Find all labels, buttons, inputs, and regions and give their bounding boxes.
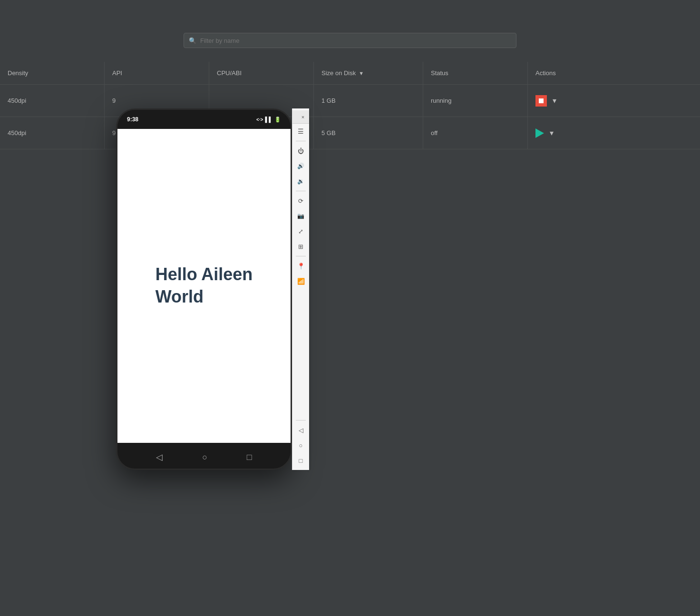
cell-actions-1: ▾ (528, 85, 700, 117)
phone-screen[interactable]: Hello Aileen World (117, 129, 291, 443)
search-icon: 🔍 (189, 37, 196, 44)
signal-icon: ▌▌ (265, 117, 272, 122)
phone-status-bar: 9:38 <·> ▌▌ 🔋 (117, 110, 291, 129)
power-icon[interactable]: ⏻ (293, 143, 309, 158)
screenshot-icon[interactable]: 📷 (293, 208, 309, 224)
divider-1 (296, 141, 306, 141)
menu-icon[interactable]: ☰ (293, 124, 309, 139)
cell-size-2: 5 GB (314, 117, 423, 149)
emulator-sidebar-controls: × ☰ ⏻ 🔊 🔉 ⟳ 📷 ⤢ ⊞ 📍 (292, 108, 309, 470)
recents-nav-icon[interactable]: □ (247, 452, 252, 462)
volume-up-icon[interactable]: 🔊 (293, 158, 309, 174)
actions-chevron-2[interactable]: ▾ (548, 127, 555, 139)
search-input[interactable] (200, 37, 511, 44)
top-bar: 🔍 (0, 0, 700, 62)
fold-icon[interactable]: ⊞ (293, 239, 309, 254)
col-header-status: Status (423, 62, 528, 84)
avd-table: Density API CPU/ABI Size on Disk ▼ Statu… (0, 62, 700, 149)
emulator-overlay: 9:38 <·> ▌▌ 🔋 Hello Aileen World ◁ ○ □ × (116, 108, 309, 470)
divider-3 (296, 256, 306, 256)
play-button[interactable] (535, 128, 544, 138)
nav-back-icon[interactable]: ◁ (293, 422, 309, 438)
table-row: 450dpi 9 5 GB off ▾ (0, 117, 700, 149)
phone-nav-bar: ◁ ○ □ (117, 443, 291, 470)
phone-device: 9:38 <·> ▌▌ 🔋 Hello Aileen World ◁ ○ □ (116, 108, 292, 470)
cell-density-1: 450dpi (0, 85, 105, 117)
stop-icon (539, 98, 544, 103)
phone-time: 9:38 (127, 116, 138, 123)
rotate-icon[interactable]: ⟳ (293, 193, 309, 208)
col-header-size[interactable]: Size on Disk ▼ (314, 62, 423, 84)
battery-icon: 🔋 (274, 117, 281, 123)
table-row: 450dpi 9 1 GB running ▾ (0, 85, 700, 117)
home-nav-icon[interactable]: ○ (202, 452, 207, 462)
col-header-cpu-abi: CPU/ABI (209, 62, 314, 84)
cell-status-2: off (423, 117, 528, 149)
stop-button[interactable] (535, 95, 547, 107)
app-content: Hello Aileen World (146, 254, 262, 318)
controls-top-bar: × (292, 110, 309, 124)
col-header-api: API (105, 62, 209, 84)
nav-recents-icon[interactable]: □ (293, 453, 309, 468)
volume-down-icon[interactable]: 🔉 (293, 174, 309, 189)
nav-home-icon[interactable]: ○ (293, 438, 309, 453)
divider-4 (296, 420, 306, 420)
table-header: Density API CPU/ABI Size on Disk ▼ Statu… (0, 62, 700, 85)
code-icon: <·> (256, 117, 263, 122)
cell-density-2: 450dpi (0, 117, 105, 149)
sort-arrow-icon: ▼ (359, 70, 364, 76)
cell-actions-2: ▾ (528, 117, 700, 149)
cell-status-1: running (423, 85, 528, 117)
col-header-actions: Actions (528, 62, 700, 84)
search-container: 🔍 (184, 33, 516, 48)
col-header-density: Density (0, 62, 105, 84)
wifi-icon[interactable]: 📶 (293, 274, 309, 289)
location-icon[interactable]: 📍 (293, 258, 309, 274)
close-icon[interactable]: × (300, 114, 306, 120)
divider-2 (296, 191, 306, 191)
status-icons: <·> ▌▌ 🔋 (256, 117, 281, 123)
cell-size-1: 1 GB (314, 85, 423, 117)
back-nav-icon[interactable]: ◁ (156, 452, 163, 462)
actions-chevron-1[interactable]: ▾ (551, 94, 558, 107)
resize-icon[interactable]: ⤢ (293, 224, 309, 239)
